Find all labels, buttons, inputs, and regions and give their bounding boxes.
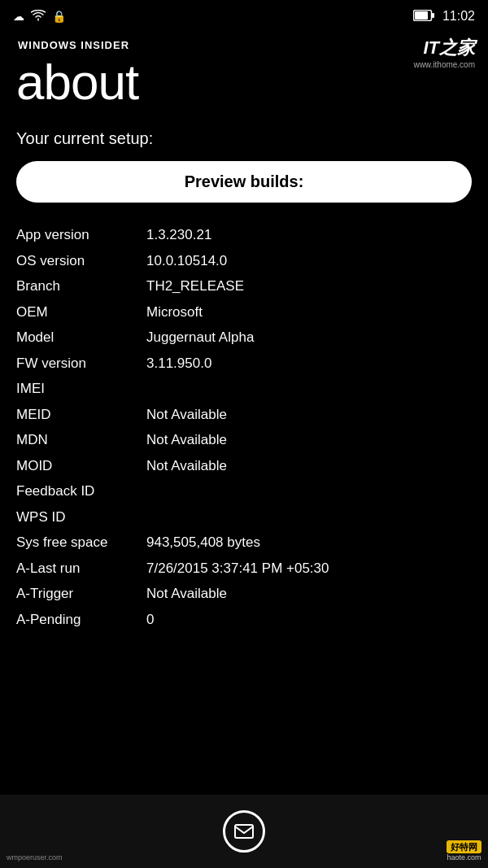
info-label: OS version <box>16 251 146 272</box>
wifi-icon <box>31 10 46 24</box>
info-label: Feedback ID <box>16 481 146 502</box>
info-value: TH2_RELEASE <box>146 276 244 297</box>
info-value: 0 <box>146 609 154 630</box>
info-label: A-Trigger <box>16 583 146 604</box>
table-row: MEIDNot Available <box>16 402 472 428</box>
table-row: Feedback ID <box>16 478 472 504</box>
time-display: 11:02 <box>442 9 475 24</box>
info-value: Not Available <box>146 404 227 425</box>
info-label: MDN <box>16 430 146 451</box>
table-row: MDNNot Available <box>16 427 472 453</box>
info-table: App version1.3.230.21OS version10.0.1051… <box>16 222 472 632</box>
info-label: WPS ID <box>16 507 146 528</box>
info-label: Branch <box>16 276 146 297</box>
info-label: FW version <box>16 353 146 374</box>
info-value: Juggernaut Alpha <box>146 327 254 348</box>
bottom-bar: 好特网 haote.com wmpoeruser.com <box>0 795 488 868</box>
table-row: ModelJuggernaut Alpha <box>16 325 472 351</box>
haote-url: haote.com <box>447 853 481 861</box>
info-value: Not Available <box>146 430 227 451</box>
info-label: A-Pending <box>16 609 146 630</box>
table-row: WPS ID <box>16 504 472 530</box>
info-value: Not Available <box>146 583 227 604</box>
preview-builds-button[interactable]: Preview builds: <box>16 161 472 203</box>
svg-rect-1 <box>415 11 428 20</box>
main-content: WINDOWS INSIDER about Your current setup… <box>0 39 488 632</box>
setup-text: Your current setup: <box>16 129 472 148</box>
info-value: 10.0.10514.0 <box>146 251 227 272</box>
info-label: IMEI <box>16 378 146 399</box>
info-label: MEID <box>16 404 146 425</box>
haote-logo: 好特网 <box>447 840 481 853</box>
info-value: 943,505,408 bytes <box>146 532 260 553</box>
page-title: about <box>16 55 472 110</box>
battery-icon <box>413 10 434 24</box>
info-label: App version <box>16 225 146 246</box>
table-row: IMEI <box>16 376 472 402</box>
status-icons: ☁ 🔒 <box>13 10 66 24</box>
it-logo: IT之家 <box>413 36 475 60</box>
svg-rect-2 <box>432 13 434 18</box>
table-row: OEMMicrosoft <box>16 299 472 325</box>
table-row: OS version10.0.10514.0 <box>16 248 472 274</box>
info-label: Sys free space <box>16 532 146 553</box>
table-row: A-Pending0 <box>16 607 472 633</box>
app-title: WINDOWS INSIDER <box>16 39 472 51</box>
info-value: Not Available <box>146 456 227 477</box>
info-label: MOID <box>16 456 146 477</box>
mail-icon[interactable] <box>223 810 265 853</box>
info-value: 7/26/2015 3:37:41 PM +05:30 <box>146 558 329 579</box>
lock-icon: 🔒 <box>52 10 66 23</box>
info-value: Microsoft <box>146 302 203 323</box>
watermark-bottom-left: wmpoeruser.com <box>7 853 63 861</box>
notification-icon: ☁ <box>13 10 24 23</box>
info-label: OEM <box>16 302 146 323</box>
bottom-nav <box>0 810 488 853</box>
table-row: Sys free space943,505,408 bytes <box>16 530 472 556</box>
table-row: A-Last run7/26/2015 3:37:41 PM +05:30 <box>16 556 472 582</box>
svg-rect-3 <box>235 825 253 838</box>
table-row: FW version3.11.950.0 <box>16 351 472 377</box>
status-right: 11:02 <box>413 9 475 24</box>
info-label: A-Last run <box>16 558 146 579</box>
it-url: www.ithome.com <box>413 60 475 69</box>
info-value: 3.11.950.0 <box>146 353 211 374</box>
status-bar: ☁ 🔒 11:02 <box>0 0 488 33</box>
watermark-top-right: IT之家 www.ithome.com <box>413 36 475 69</box>
info-value: 1.3.230.21 <box>146 225 211 246</box>
info-label: Model <box>16 327 146 348</box>
watermark-bottom-right: 好特网 haote.com <box>447 839 481 861</box>
table-row: App version1.3.230.21 <box>16 222 472 248</box>
table-row: MOIDNot Available <box>16 453 472 479</box>
table-row: BranchTH2_RELEASE <box>16 273 472 299</box>
table-row: A-TriggerNot Available <box>16 581 472 607</box>
